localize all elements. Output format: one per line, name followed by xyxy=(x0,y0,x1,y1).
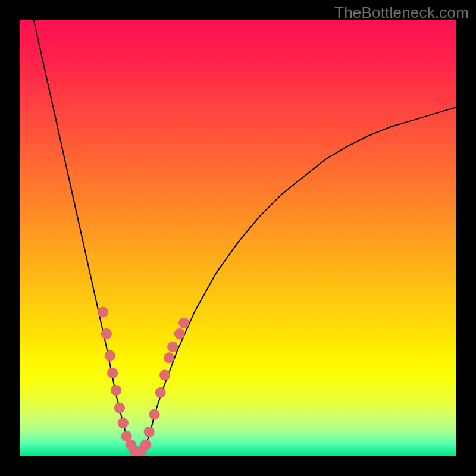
curve-right-branch xyxy=(138,107,456,456)
scatter-dot xyxy=(144,427,155,437)
scatter-dot xyxy=(140,440,151,450)
watermark-text: TheBottleneck.com xyxy=(334,4,469,22)
chart-frame: TheBottleneck.com xyxy=(0,0,476,476)
scatter-dot xyxy=(167,342,178,352)
plot-area xyxy=(20,20,456,456)
scatter-dots xyxy=(98,306,189,456)
scatter-dot xyxy=(118,418,129,428)
scatter-dot xyxy=(105,350,115,361)
scatter-dot xyxy=(114,403,125,414)
scatter-dot xyxy=(149,409,160,420)
scatter-dot xyxy=(164,352,174,363)
scatter-dot xyxy=(98,306,108,317)
scatter-dot xyxy=(178,318,189,328)
scatter-dot xyxy=(174,328,185,339)
scatter-dot xyxy=(155,387,166,398)
scatter-dot xyxy=(101,328,112,339)
scatter-dot xyxy=(107,368,118,378)
scatter-dot xyxy=(159,370,170,381)
chart-svg xyxy=(20,20,456,456)
scatter-dot xyxy=(111,385,121,396)
